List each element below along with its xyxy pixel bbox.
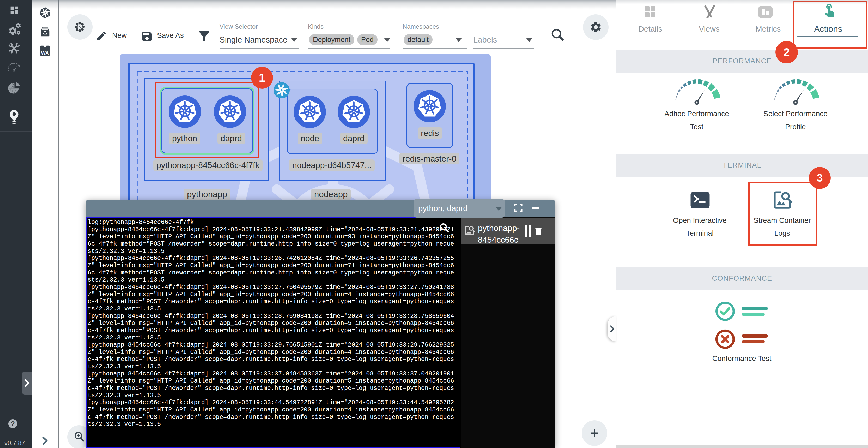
svg-text:WA: WA <box>41 50 49 56</box>
